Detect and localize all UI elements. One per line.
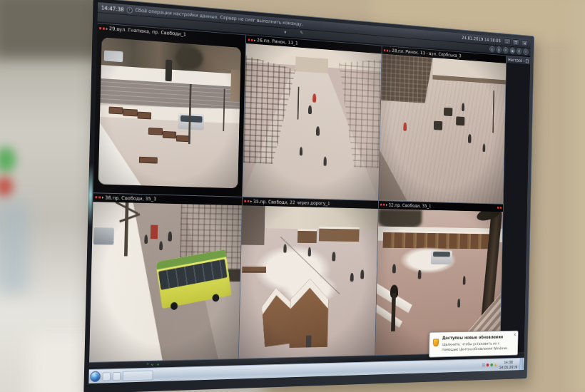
scene-person (159, 241, 163, 250)
bus-wheel (212, 294, 220, 302)
notification-body: Щелкните, чтобы установить их с помощью … (442, 341, 509, 352)
scene-person (350, 273, 354, 282)
windows-update-shield-icon (433, 339, 439, 346)
scene-car (431, 250, 452, 264)
playback-control-icon[interactable]: ◴ (497, 46, 502, 53)
chevron-down-icon[interactable]: ⌄ (150, 361, 154, 367)
camera-video-29[interactable] (93, 32, 245, 197)
scene-trash-bin (306, 336, 312, 348)
recording-indicator-icon (497, 207, 499, 209)
video-frame (98, 37, 241, 188)
close-button[interactable]: ✕ (522, 40, 529, 46)
chevron-down-icon[interactable]: ⌄ (156, 361, 160, 367)
scene-bench (162, 131, 176, 138)
camera-marker-icon: ▸ (386, 203, 387, 207)
edit-pencil-icon[interactable]: ✎ (300, 30, 303, 36)
app-clock: 14:47:38 (101, 4, 124, 13)
scene-planter (456, 117, 464, 126)
camera-video-26[interactable] (243, 43, 382, 200)
camera-marker-icon: ▸ (250, 200, 252, 203)
scene-person (462, 276, 465, 284)
warning-circle-icon: ! (126, 6, 133, 14)
scene-bus (104, 51, 123, 62)
background-blur-top-left (0, 0, 106, 59)
camera-tile-35[interactable]: ▸ 35.пр. Свободи, 22 через дорогу_1 (239, 197, 379, 359)
taskbar-clock[interactable]: 14:38 24.01.2019 (498, 359, 519, 369)
camera-tile-26[interactable]: ▸ 26.пл. Ринок, 11_1 (243, 35, 382, 200)
camera-video-28[interactable] (379, 53, 506, 203)
refresh-control-icon[interactable]: ↺ (517, 48, 522, 54)
tray-update-icon[interactable]: ▲ (494, 363, 497, 367)
scene-planter (444, 108, 452, 117)
chevron-down-icon[interactable]: ▾ (523, 58, 524, 62)
scene-market-hut (319, 227, 359, 242)
quick-launch-icon[interactable] (113, 371, 121, 380)
recording-indicator-icon (98, 196, 101, 198)
monitor-bezel: 14:47:38 ! Сбой операции настройки данны… (83, 0, 534, 392)
taskbar-app-button[interactable] (123, 370, 153, 381)
scene-person (312, 93, 316, 103)
scene-bench (137, 112, 151, 119)
camera-label: 35.пр. Свободи, 22 через дорогу_1 (253, 199, 330, 206)
scene-person (418, 270, 421, 279)
scene-bench (148, 128, 163, 135)
camera-grid: ▸ 29.вул. Гнатюка, пр. Свободи_1 (89, 23, 507, 363)
scene-van (178, 113, 204, 130)
scene-market-hut-row (383, 230, 498, 249)
recording-indicator-icon (244, 200, 246, 202)
photo-of-monitoring-wall: 14:47:38 ! Сбой операции настройки данны… (0, 0, 585, 392)
recording-indicator-icon (95, 196, 97, 198)
scene-monument (165, 59, 172, 81)
scene-bench (139, 156, 158, 163)
camera-tile-36[interactable]: ▸ 36.пр. Свободи, 35_3 (89, 193, 243, 363)
tray-status-icon[interactable]: ● (486, 363, 489, 367)
start-button[interactable] (90, 371, 101, 382)
clock-date: 24.01.2019 (499, 364, 517, 369)
tray-status-icon[interactable]: ● (490, 363, 493, 367)
camera-video-36[interactable] (89, 202, 242, 362)
scene-person-red (403, 123, 407, 131)
chevron-down-icon[interactable]: ▾ (284, 29, 286, 35)
scene-lamp-post (392, 294, 397, 331)
camera-label: 32.пр. Свободи, 35_1 (388, 202, 431, 209)
maximize-button[interactable]: ❐ (512, 39, 519, 46)
scene-person (307, 247, 311, 257)
scene-bench (108, 107, 123, 114)
scene-person (332, 252, 335, 262)
arrow-right-icon[interactable]: › (147, 361, 149, 367)
quick-launch-icon[interactable] (102, 372, 111, 381)
update-notification[interactable]: Доступны новые обновления Щелкните, чтоб… (429, 331, 519, 358)
scene-person (361, 270, 365, 279)
panel-toggle-icon[interactable] (526, 59, 529, 63)
camera-tile-28[interactable]: ▸ 28.пл. Ринок, 11 - вул. Сербська_3 (379, 46, 507, 205)
minimize-button[interactable]: – (504, 38, 511, 46)
close-icon[interactable]: ✕ (514, 332, 517, 337)
main-area: ▸ 29.вул. Гнатюка, пр. Свободи_1 (89, 23, 530, 363)
tray-app-icon[interactable]: ▤ (482, 363, 485, 368)
system-tray: ▤ ● ● ▲ 14:38 24.01.2019 (482, 359, 523, 371)
expand-controls[interactable]: › ⌄ ⌄ (147, 361, 161, 367)
pan-control-icon[interactable]: ✛ (503, 47, 508, 53)
scene-person (457, 299, 460, 307)
alert-control-icon[interactable]: ! (523, 48, 528, 55)
recording-indicator-icon (99, 27, 101, 29)
scene-building-corner (381, 53, 433, 103)
camera-marker-icon: ▸ (390, 49, 391, 53)
layout-control-icon[interactable]: ▣ (510, 48, 515, 54)
home-control-icon[interactable]: ⌂ (489, 46, 495, 52)
recording-indicator-icon (383, 204, 385, 206)
scene-buildings-right (230, 69, 240, 100)
recording-indicator-icon (380, 204, 382, 206)
background-blue-smudge (0, 201, 29, 294)
show-desktop-button[interactable] (519, 359, 523, 371)
background-wall-right (561, 0, 585, 392)
camera-marker-icon: ▸ (106, 26, 108, 30)
vms-screen: 14:47:38 ! Сбой операции настройки данны… (88, 2, 531, 383)
camera-tile-29[interactable]: ▸ 29.вул. Гнатюка, пр. Свободи_1 (93, 24, 246, 197)
scene-pole (492, 91, 494, 133)
camera-video-35[interactable] (239, 205, 378, 359)
camera-marker-icon: ▸ (102, 196, 104, 200)
scene-bus-shelter (93, 227, 114, 245)
camera-marker-icon: ▸ (254, 38, 255, 42)
settings-label: Настройки (508, 57, 522, 63)
